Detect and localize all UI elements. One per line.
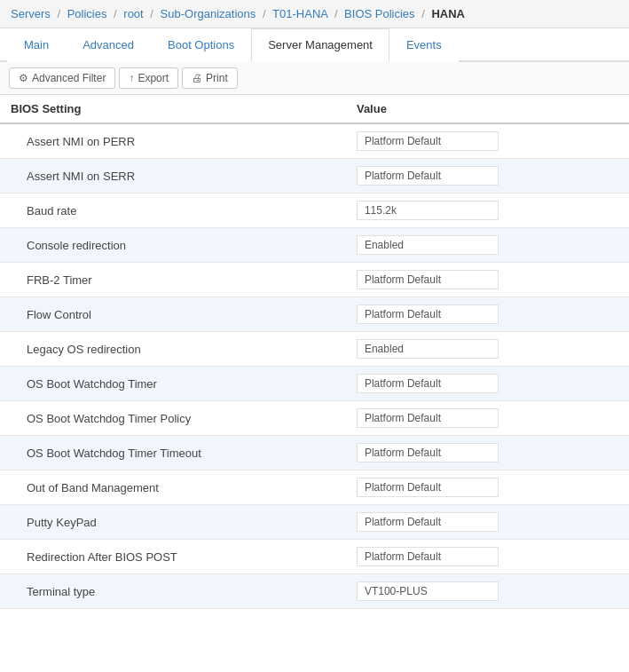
bios-value-cell: Platform Default <box>346 505 629 540</box>
table-row: OS Boot Watchdog Timer TimeoutPlatform D… <box>0 436 629 470</box>
bios-value-cell: Platform Default <box>346 263 629 297</box>
bios-value-cell: Platform Default <box>346 367 629 401</box>
bios-value-display: Platform Default <box>357 547 499 566</box>
bios-value-cell: Enabled <box>346 228 629 263</box>
tab-boot-options[interactable]: Boot Options <box>151 28 251 62</box>
table-row: OS Boot Watchdog Timer PolicyPlatform De… <box>0 401 629 436</box>
bios-setting-cell: OS Boot Watchdog Timer Policy <box>0 401 346 436</box>
bios-setting-cell: FRB-2 Timer <box>0 263 346 297</box>
bios-setting-cell: Putty KeyPad <box>0 505 346 540</box>
export-icon: ↑ <box>129 72 134 84</box>
breadcrumb-sep-2: / <box>114 7 120 20</box>
tabs-container: Main Advanced Boot Options Server Manage… <box>0 28 629 62</box>
table-row: Legacy OS redirectionEnabled <box>0 332 629 367</box>
breadcrumb-sep-4: / <box>263 7 269 20</box>
breadcrumb-suborgs[interactable]: Sub-Organizations <box>161 7 256 20</box>
bios-value-display: Platform Default <box>357 408 499 428</box>
bios-value-display: Platform Default <box>357 304 499 324</box>
tab-server-management[interactable]: Server Management <box>251 28 389 62</box>
table-row: Baud rate115.2k <box>0 194 629 228</box>
table-row: Console redirectionEnabled <box>0 228 629 263</box>
advanced-filter-button[interactable]: ⚙ Advanced Filter <box>9 67 115 89</box>
bios-value-display: Platform Default <box>357 131 499 151</box>
breadcrumb-sep-1: / <box>57 7 63 20</box>
filter-label: Advanced Filter <box>32 72 106 84</box>
filter-icon: ⚙ <box>19 72 28 84</box>
bios-value-cell: Platform Default <box>346 540 629 574</box>
bios-value-display: Enabled <box>357 235 499 255</box>
bios-value-cell: Platform Default <box>346 436 629 470</box>
breadcrumb-servers[interactable]: Servers <box>11 7 51 20</box>
bios-value-display: Enabled <box>357 339 499 359</box>
bios-table: BIOS Setting Value Assert NMI on PERRPla… <box>0 95 629 609</box>
bios-setting-cell: Assert NMI on SERR <box>0 159 346 194</box>
table-row: Redirection After BIOS POSTPlatform Defa… <box>0 540 629 574</box>
bios-value-display: Platform Default <box>357 478 499 497</box>
bios-value-display: VT100-PLUS <box>357 581 499 601</box>
print-icon: 🖨 <box>192 72 202 84</box>
breadcrumb-t01hana[interactable]: T01-HANA <box>272 7 327 20</box>
toolbar: ⚙ Advanced Filter ↑ Export 🖨 Print <box>0 62 629 95</box>
table-row: Assert NMI on SERRPlatform Default <box>0 159 629 194</box>
breadcrumb-sep-3: / <box>150 7 156 20</box>
bios-setting-cell: Legacy OS redirection <box>0 332 346 367</box>
tab-main[interactable]: Main <box>7 28 66 62</box>
bios-value-display: Platform Default <box>357 443 499 462</box>
bios-value-cell: VT100-PLUS <box>346 574 629 609</box>
breadcrumb-sep-5: / <box>334 7 341 20</box>
breadcrumb-root[interactable]: root <box>123 7 143 20</box>
bios-value-display: Platform Default <box>357 512 499 532</box>
bios-value-cell: Enabled <box>346 332 629 367</box>
breadcrumb-policies[interactable]: Policies <box>67 7 107 20</box>
bios-value-cell: Platform Default <box>346 401 629 436</box>
col-header-setting: BIOS Setting <box>0 95 346 123</box>
export-label: Export <box>138 72 169 84</box>
bios-setting-cell: Redirection After BIOS POST <box>0 540 346 574</box>
bios-value-cell: Platform Default <box>346 297 629 332</box>
breadcrumb: Servers / Policies / root / Sub-Organiza… <box>0 0 629 28</box>
bios-value-cell: 115.2k <box>346 194 629 228</box>
table-row: Out of Band ManagementPlatform Default <box>0 470 629 505</box>
breadcrumb-bios-policies[interactable]: BIOS Policies <box>344 7 414 20</box>
table-row: OS Boot Watchdog TimerPlatform Default <box>0 367 629 401</box>
breadcrumb-current: HANA <box>431 7 465 20</box>
bios-setting-cell: OS Boot Watchdog Timer <box>0 367 346 401</box>
bios-value-cell: Platform Default <box>346 123 629 159</box>
table-header-row: BIOS Setting Value <box>0 95 629 123</box>
bios-setting-cell: Flow Control <box>0 297 346 332</box>
table-row: Assert NMI on PERRPlatform Default <box>0 123 629 159</box>
print-button[interactable]: 🖨 Print <box>182 67 238 89</box>
breadcrumb-sep-6: / <box>421 7 428 20</box>
table-row: Flow ControlPlatform Default <box>0 297 629 332</box>
table-row: Putty KeyPadPlatform Default <box>0 505 629 540</box>
bios-value-display: Platform Default <box>357 270 499 289</box>
bios-setting-cell: OS Boot Watchdog Timer Timeout <box>0 436 346 470</box>
tab-advanced[interactable]: Advanced <box>66 28 151 62</box>
bios-value-display: Platform Default <box>357 166 499 186</box>
bios-value-display: Platform Default <box>357 374 499 393</box>
export-button[interactable]: ↑ Export <box>119 67 178 89</box>
print-label: Print <box>206 72 228 84</box>
bios-value-display: 115.2k <box>357 201 499 220</box>
tab-events[interactable]: Events <box>389 28 459 62</box>
bios-setting-cell: Assert NMI on PERR <box>0 123 346 159</box>
bios-setting-cell: Baud rate <box>0 194 346 228</box>
bios-value-cell: Platform Default <box>346 470 629 505</box>
table-row: FRB-2 TimerPlatform Default <box>0 263 629 297</box>
bios-setting-cell: Out of Band Management <box>0 470 346 505</box>
bios-value-cell: Platform Default <box>346 159 629 194</box>
col-header-value: Value <box>346 95 629 123</box>
table-row: Terminal typeVT100-PLUS <box>0 574 629 609</box>
bios-setting-cell: Terminal type <box>0 574 346 609</box>
bios-setting-cell: Console redirection <box>0 228 346 263</box>
